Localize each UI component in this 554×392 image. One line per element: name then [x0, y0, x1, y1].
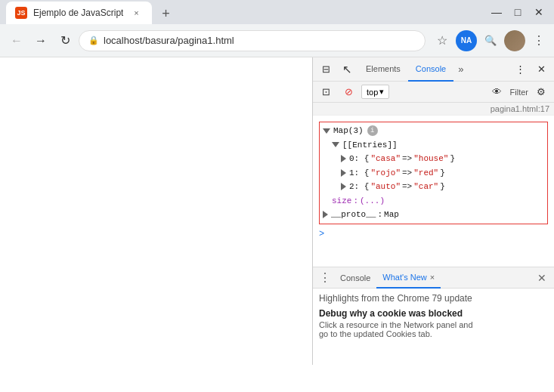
tab-console[interactable]: Console	[408, 57, 453, 82]
map-expand-triangle[interactable]	[323, 128, 330, 134]
proto-expand-triangle[interactable]	[323, 211, 328, 218]
bottom-panel-content: Highlights from the Chrome 79 update Deb…	[313, 289, 554, 365]
bottom-tab-console[interactable]: Console	[334, 267, 376, 289]
map-item-1: 1: { "rojo" => "red" }	[341, 166, 544, 181]
size-line: size : (...)	[332, 194, 544, 208]
context-chevron: ▾	[379, 87, 384, 97]
item1-value: "red"	[413, 167, 438, 180]
clear-console-button[interactable]: ⊘	[339, 82, 358, 102]
address-bar: ← → ↻ 🔒 localhost/basura/pagina1.html ☆ …	[0, 24, 554, 57]
address-bar-right: ☆ NA 🔍 ⋮	[433, 30, 548, 51]
info-icon[interactable]: i	[367, 125, 378, 136]
inspect-icon-button[interactable]: ↖	[337, 60, 357, 79]
bottom-tab-bar: ⋮ Console What's New × ✕	[313, 267, 554, 289]
forward-button[interactable]: →	[30, 30, 51, 51]
whats-new-item-0-desc: Click a resource in the Network panel an…	[319, 320, 548, 338]
map-item-2: 2: { "auto" => "car" }	[341, 180, 544, 194]
minimize-button[interactable]: —	[487, 3, 506, 21]
item0-key: "casa"	[370, 153, 401, 165]
devtools-close-area: ⋮ ✕	[510, 60, 551, 79]
item1-expand-triangle[interactable]	[341, 169, 346, 177]
devtools-toolbar: ⊟ ↖ Elements Console » ⋮ ✕	[313, 57, 554, 82]
bottom-tab-dots[interactable]: ⋮	[316, 270, 334, 285]
item0-expand-triangle[interactable]	[341, 155, 346, 162]
item2-arrow: =>	[402, 181, 412, 193]
refresh-button[interactable]: ↻	[54, 30, 76, 51]
whats-new-title: Highlights from the Chrome 79 update	[319, 293, 548, 304]
context-label: top	[367, 88, 378, 97]
item0-arrow: =>	[402, 153, 412, 165]
new-tab-button[interactable]: +	[155, 3, 176, 24]
avatar-image	[504, 30, 525, 51]
console-prompt[interactable]: >	[313, 227, 554, 241]
map-header-line: Map(3) i	[323, 124, 544, 138]
map-output-box: Map(3) i [[Entries]] 0: { "casa" => "hou…	[319, 122, 548, 224]
item2-expand-triangle[interactable]	[341, 183, 346, 190]
item1-arrow: =>	[402, 167, 412, 180]
item2-index: 2: {	[349, 181, 369, 193]
proto-value: Map	[384, 208, 399, 221]
page-content	[0, 57, 312, 365]
chrome-menu-icon[interactable]: ⋮	[530, 32, 548, 50]
devtools-menu-button[interactable]: ⋮	[510, 60, 530, 79]
item2-key: "auto"	[370, 181, 401, 193]
bottom-tab-whats-new[interactable]: What's New ×	[376, 267, 441, 289]
security-icon: 🔒	[88, 35, 99, 45]
tab-title: Ejemplo de JavaScript	[33, 8, 123, 18]
item1-key: "rojo"	[370, 167, 401, 180]
devtools-panel: ⊟ ↖ Elements Console » ⋮ ✕ ⊡ ⊘	[312, 57, 554, 365]
console-output: Map(3) i [[Entries]] 0: { "casa" => "hou…	[313, 116, 554, 267]
main-area: ⊟ ↖ Elements Console » ⋮ ✕ ⊡ ⊘	[0, 57, 554, 365]
profile-avatar[interactable]	[504, 30, 525, 51]
map-label: Map(3)	[333, 125, 364, 137]
console-sidebar-button[interactable]: ⊡	[316, 82, 336, 102]
close-window-button[interactable]: ✕	[530, 3, 548, 21]
proto-line: __proto__ : Map	[323, 208, 544, 222]
dock-icon-button[interactable]: ⊟	[316, 60, 336, 79]
devtools-close-button[interactable]: ✕	[531, 60, 551, 79]
tab-elements[interactable]: Elements	[358, 57, 408, 82]
context-selector[interactable]: top ▾	[361, 85, 389, 99]
item0-value: "house"	[413, 153, 448, 165]
profile-na-badge[interactable]: NA	[456, 30, 477, 51]
map-item-0: 0: { "casa" => "house" }	[341, 152, 544, 166]
eye-button[interactable]: 👁	[487, 82, 507, 102]
item2-value: "car"	[413, 181, 438, 193]
proto-colon: :	[377, 208, 382, 221]
devtools-tab-bar: Elements Console »	[358, 57, 509, 82]
bottom-panel-close-button[interactable]: ✕	[533, 272, 551, 284]
title-bar: JS Ejemplo de JavaScript × + — □ ✕	[0, 0, 554, 24]
item1-index: 1: {	[349, 167, 369, 180]
size-colon: :	[353, 195, 358, 208]
entries-label: [[Entries]]	[342, 139, 398, 152]
url-text: localhost/basura/pagina1.html	[104, 35, 416, 46]
item0-index: 0: {	[349, 153, 369, 165]
filter-label: Filter	[510, 88, 528, 97]
whats-new-item-0: Debug why a cookie was blocked Click a r…	[319, 308, 548, 338]
tab-close-button[interactable]: ×	[129, 6, 143, 20]
more-tabs-button[interactable]: »	[453, 63, 468, 75]
size-value: (...)	[360, 195, 385, 208]
devtools-toolbar2: ⊡ ⊘ top ▾ 👁 Filter ⚙	[313, 82, 554, 103]
proto-label: __proto__	[331, 208, 376, 221]
back-button[interactable]: ←	[6, 30, 27, 51]
maximize-button[interactable]: □	[509, 3, 527, 21]
size-label: size	[332, 195, 351, 208]
dock-icon: ⊟	[322, 63, 330, 75]
entries-expand-triangle[interactable]	[332, 142, 339, 147]
whats-new-close-button[interactable]: ×	[430, 273, 435, 282]
tab-favicon: JS	[15, 7, 27, 19]
entries-line: [[Entries]]	[332, 138, 544, 153]
whats-new-item-0-title: Debug why a cookie was blocked	[319, 308, 548, 319]
browser-tab[interactable]: JS Ejemplo de JavaScript ×	[6, 2, 152, 24]
line-info: pagina1.html:17	[313, 103, 554, 116]
inspect-icon: ↖	[342, 63, 352, 76]
bottom-panel: ⋮ Console What's New × ✕ Highlights from…	[313, 267, 554, 365]
window-controls: — □ ✕	[487, 3, 548, 21]
url-bar[interactable]: 🔒 localhost/basura/pagina1.html	[79, 30, 426, 51]
search-labs-icon[interactable]: 🔍	[481, 32, 500, 50]
bookmark-icon[interactable]: ☆	[433, 32, 451, 50]
settings-button[interactable]: ⚙	[531, 82, 551, 102]
